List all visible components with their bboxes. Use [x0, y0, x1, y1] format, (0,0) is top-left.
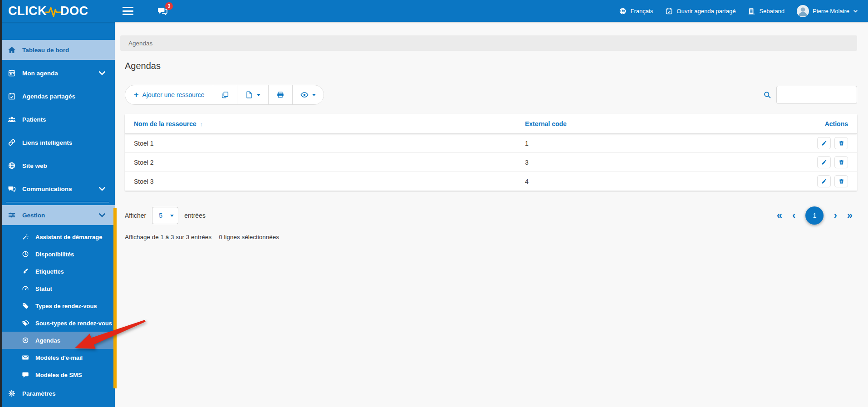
shared-agenda-label: Ouvrir agenda partagé [677, 8, 736, 15]
table-row[interactable]: Stoel 3 4 [125, 172, 857, 191]
envelope-icon [22, 354, 29, 361]
page-size-select[interactable]: 5 [152, 207, 178, 224]
sidebar-item-modeles-d-e-mail[interactable]: Modèles d'e-mail [0, 349, 115, 366]
user-menu-button[interactable]: Pierre Molaire [797, 5, 858, 17]
sidebar-item-tableau-de-bord[interactable]: Tableau de bord [0, 40, 115, 60]
messages-button[interactable]: 3 [157, 5, 168, 16]
column-visibility-button[interactable] [292, 85, 324, 104]
clickdoc-logo[interactable]: CLICK DOC [0, 3, 115, 19]
edit-button[interactable] [817, 156, 831, 168]
building-icon [748, 7, 755, 15]
table-row[interactable]: Stoel 1 1 [125, 134, 857, 153]
sidebar-item-liens-intelligents[interactable]: Liens intelligents [0, 132, 115, 152]
print-button[interactable] [268, 85, 292, 104]
organization-button[interactable]: Sebatand [748, 7, 785, 15]
delete-button[interactable] [834, 175, 848, 187]
sidebar-item-patients[interactable]: Patients [0, 109, 115, 129]
wand-icon [22, 233, 29, 240]
organization-label: Sebatand [759, 8, 785, 15]
sidebar-item-disponibilites[interactable]: Disponibilités [0, 245, 115, 263]
sidebar: Tableau de bord Mon agenda Agendas parta… [0, 22, 115, 407]
next-page-button[interactable] [832, 211, 839, 221]
gear-icon [8, 389, 16, 397]
sidebar-submenu: Assistant de démarrage Disponibilités Et… [0, 228, 115, 383]
pencil-icon [821, 178, 827, 184]
tags-icon [22, 319, 29, 327]
previous-page-button[interactable] [790, 211, 797, 221]
row-actions [817, 137, 848, 149]
window-left-edge [0, 0, 2, 407]
export-button[interactable] [237, 85, 268, 104]
menu-toggle-button[interactable] [123, 7, 133, 15]
row-actions [817, 156, 848, 168]
globe-icon [619, 7, 627, 15]
trash-icon [839, 140, 844, 146]
bullseye-icon [22, 337, 29, 344]
add-resource-button[interactable]: + Ajouter une ressource [125, 85, 213, 104]
table-row[interactable]: Stoel 2 3 [125, 153, 857, 172]
chevron-down-icon [98, 69, 106, 77]
pager: 1 [775, 206, 854, 225]
clock-icon [22, 250, 29, 258]
calendar-check-icon [8, 92, 16, 100]
sidebar-item-etiquettes[interactable]: Etiquettes [0, 263, 115, 280]
first-page-button[interactable] [775, 211, 784, 221]
show-label: Afficher [125, 212, 146, 219]
delete-button[interactable] [834, 137, 848, 149]
sidebar-item-sous-types-de-rendez-vous[interactable]: Sous-types de rendez-vous [0, 314, 115, 332]
search-icon [763, 91, 771, 99]
chevron-down-icon [98, 185, 106, 193]
column-header-actions: Actions [825, 120, 848, 127]
tag-icon [22, 302, 29, 309]
sidebar-item-mon-agenda[interactable]: Mon agenda [0, 63, 115, 83]
table-body: Stoel 1 1 Stoel 2 3 Stoel 3 4 [125, 134, 857, 191]
topbar-right: Français Ouvrir agenda partagé Sebatand … [619, 5, 868, 17]
sidebar-item-gestion[interactable]: Gestion [0, 205, 115, 225]
table-info: Affichage de 1 à 3 sur 3 entrées 0 ligne… [125, 234, 857, 240]
patients-icon [8, 115, 16, 123]
printer-icon [276, 91, 284, 99]
main-content: Agendas Agendas + Ajouter une ressource [115, 22, 868, 407]
resource-name-cell: Stoel 2 [134, 159, 525, 166]
last-page-button[interactable] [845, 211, 854, 221]
home-icon [8, 46, 16, 54]
language-button[interactable]: Français [619, 7, 653, 15]
row-actions [817, 175, 848, 187]
resources-table: Nom de la ressource External code Action… [125, 114, 857, 191]
breadcrumb-item: Agendas [128, 40, 152, 47]
sidebar-item-modeles-de-sms[interactable]: Modèles de SMS [0, 366, 115, 383]
external-code-cell: 1 [525, 140, 785, 147]
copy-button[interactable] [213, 85, 237, 104]
search-input[interactable] [776, 86, 857, 104]
sidebar-item-site-web[interactable]: Site web [0, 156, 115, 176]
sidebar-item-types-de-rendez-vous[interactable]: Types de rendez-vous [0, 297, 115, 314]
sidebar-item-assistant-de-demarrage[interactable]: Assistant de démarrage [0, 228, 115, 245]
sidebar-item-parametres[interactable]: Paramètres [0, 383, 115, 403]
sidebar-item-statut[interactable]: Statut [0, 280, 115, 297]
column-header-name[interactable]: Nom de la ressource [134, 120, 525, 127]
toolbar: + Ajouter une ressource [125, 85, 857, 105]
file-icon [245, 91, 253, 99]
sidebar-item-agendas[interactable]: Agendas [0, 332, 115, 349]
topbar: CLICK DOC 3 Français Ouvrir agenda parta… [0, 0, 868, 22]
sidebar-scrollbar-thumb[interactable] [113, 208, 117, 388]
sidebar-item-communications[interactable]: Communications [0, 179, 115, 199]
trash-icon [839, 159, 844, 165]
sidebar-divider [6, 202, 109, 202]
page-title: Agendas [125, 61, 857, 71]
pulse-icon [45, 5, 62, 19]
edit-button[interactable] [817, 137, 831, 149]
pagination-row: Afficher 5 entrées 1 [125, 206, 857, 225]
pencil-icon [821, 159, 827, 165]
sidebar-item-agendas-partages[interactable]: Agendas partagés [0, 86, 115, 106]
column-header-external-code[interactable]: External code [525, 120, 785, 127]
open-shared-agenda-button[interactable]: Ouvrir agenda partagé [665, 7, 736, 15]
delete-button[interactable] [834, 156, 848, 168]
current-page-button[interactable]: 1 [805, 206, 824, 225]
logo-text-left: CLICK [8, 4, 47, 18]
comments-icon [8, 185, 16, 193]
person-icon [797, 5, 809, 17]
edit-button[interactable] [817, 175, 831, 187]
selection-info: 0 lignes sélectionnées [219, 234, 279, 240]
table-header: Nom de la ressource External code Action… [125, 114, 857, 134]
